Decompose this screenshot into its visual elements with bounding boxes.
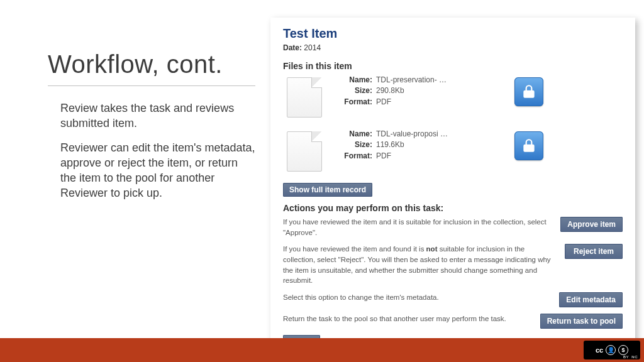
actions-heading: Actions you may perform on this task: xyxy=(283,203,623,213)
action-text: Return the task to the pool so that anot… xyxy=(283,314,533,324)
file-size-label: Size: xyxy=(340,85,372,96)
title-rule xyxy=(48,85,255,86)
action-text: Select this option to change the item's … xyxy=(283,292,552,303)
item-date: Date: 2014 xyxy=(283,43,623,52)
file-name-label: Name: xyxy=(340,75,372,85)
date-label: Date: xyxy=(283,43,302,52)
action-text: If you have reviewed the item and it is … xyxy=(283,217,553,238)
files-heading: Files in this item xyxy=(283,61,623,71)
license-labels: BY NC xyxy=(623,355,638,359)
show-full-item-record-button[interactable]: Show full item record xyxy=(283,183,372,197)
action-row-approve: If you have reviewed the item and it is … xyxy=(283,217,623,238)
action-row-return: Return the task to the pool so that anot… xyxy=(283,314,623,329)
file-name: TDL-preservation- … xyxy=(376,75,447,85)
file-format-label: Format: xyxy=(340,97,372,107)
slide: Workflow, cont. Review takes the task an… xyxy=(0,0,644,362)
body-paragraph-1: Review takes the task and reviews submit… xyxy=(60,101,255,131)
slide-title: Workflow, cont. xyxy=(48,50,223,79)
action-row-reject: If you have reviewed the item and found … xyxy=(283,244,623,286)
by-icon: 👤 xyxy=(606,345,616,355)
file-meta: Name:TDL-value-proposi … Size:119.6Kb Fo… xyxy=(340,129,503,162)
action-text: If you have reviewed the item and found … xyxy=(283,244,557,286)
file-meta: Name:TDL-preservation- … Size:290.8Kb Fo… xyxy=(340,75,503,107)
file-name: TDL-value-proposi … xyxy=(376,129,448,140)
edit-metadata-button[interactable]: Edit metadata xyxy=(559,292,623,307)
reject-item-button[interactable]: Reject item xyxy=(565,244,623,259)
cc-license-badge: cc 👤 $ BY NC xyxy=(584,341,640,359)
lock-icon[interactable] xyxy=(514,77,543,106)
slide-body: Review takes the task and reviews submit… xyxy=(60,101,255,210)
file-name-label: Name: xyxy=(340,129,372,140)
file-size-label: Size: xyxy=(340,140,372,150)
file-icon[interactable] xyxy=(287,77,322,118)
approve-item-button[interactable]: Approve item xyxy=(560,217,623,232)
action-row-edit: Select this option to change the item's … xyxy=(283,292,623,307)
file-row: Name:TDL-value-proposi … Size:119.6Kb Fo… xyxy=(283,129,623,172)
file-size: 290.8Kb xyxy=(376,85,404,96)
nc-icon: $ xyxy=(618,345,628,355)
file-format: PDF xyxy=(376,97,391,107)
file-format-label: Format: xyxy=(340,151,372,162)
date-value: 2014 xyxy=(304,43,321,52)
body-paragraph-2: Reviewer can edit the item's metadata, a… xyxy=(60,140,255,201)
lock-icon[interactable] xyxy=(514,131,543,160)
file-row: Name:TDL-preservation- … Size:290.8Kb Fo… xyxy=(283,75,623,118)
item-title: Test Item xyxy=(283,26,623,41)
return-task-to-pool-button[interactable]: Return task to pool xyxy=(540,314,623,329)
item-panel: Test Item Date: 2014 Files in this item … xyxy=(270,18,635,354)
cc-icon: cc xyxy=(596,346,603,354)
bottom-accent-bar xyxy=(0,338,644,362)
file-icon[interactable] xyxy=(287,131,322,172)
file-format: PDF xyxy=(376,151,391,162)
file-size: 119.6Kb xyxy=(376,140,404,150)
